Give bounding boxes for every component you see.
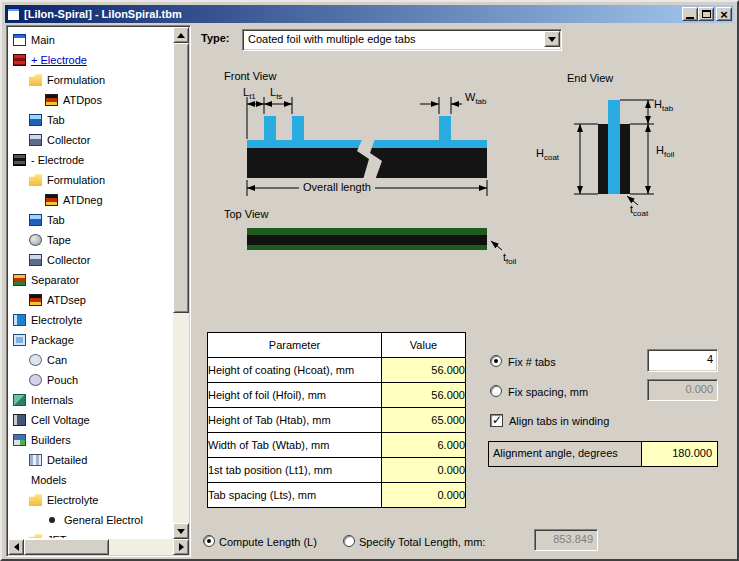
tree-item-formulation[interactable]: Formulation: [9, 70, 172, 90]
scroll-down-button[interactable]: [173, 523, 189, 539]
tree-item-label: ATDpos: [63, 94, 102, 106]
minimize-button[interactable]: [682, 7, 698, 21]
parameter-value-cell[interactable]: 0.000: [382, 483, 466, 508]
parameter-name-cell: Height of Tab (Htab), mm: [208, 408, 382, 433]
tree-item-detailed[interactable]: Detailed: [9, 450, 172, 470]
application-window: [LiIon-Spiral] - LiIonSpiral.tbm × Main+…: [0, 0, 739, 561]
tree-item-internals[interactable]: Internals: [9, 390, 172, 410]
tree-item-tab[interactable]: Tab: [9, 210, 172, 230]
parameter-value-cell[interactable]: 56.000: [382, 383, 466, 408]
table-header-row: Parameter Value: [208, 333, 466, 358]
table-row: Height of coating (Hcoat), mm56.000: [208, 358, 466, 383]
folder-icon: [29, 174, 42, 186]
tree-item-atdpos[interactable]: ATDpos: [9, 90, 172, 110]
scroll-right-button[interactable]: [173, 539, 189, 555]
dropdown-arrow-button[interactable]: [544, 31, 560, 47]
tree-item-electrode[interactable]: - Electrode: [9, 150, 172, 170]
tree-item-tab[interactable]: Tab: [9, 110, 172, 130]
main-icon: [13, 34, 26, 46]
align-tabs-checkbox[interactable]: [490, 414, 503, 427]
tree-item-label: - Electrode: [31, 154, 84, 166]
fix-spacing-radio[interactable]: [490, 385, 502, 397]
align-tabs-label: Align tabs in winding: [509, 415, 609, 427]
tree-item-electrolyte[interactable]: Electrolyte: [9, 490, 172, 510]
atd-icon: [45, 94, 58, 106]
tree-item-atdsep[interactable]: ATDsep: [9, 290, 172, 310]
tree-item-label: Cell Voltage: [31, 414, 90, 426]
front-view-label: Front View: [224, 70, 276, 82]
specify-length-label: Specify Total Length, mm:: [359, 536, 485, 548]
parameter-value-cell[interactable]: 0.000: [382, 458, 466, 483]
vertical-scroll-thumb[interactable]: [173, 43, 189, 313]
triangle-right-icon: [179, 543, 188, 551]
can-icon: [29, 354, 42, 366]
compute-length-radio[interactable]: [203, 535, 215, 547]
scroll-left-button[interactable]: [8, 539, 24, 555]
tree-item-label: Tape: [47, 234, 71, 246]
parameter-name-cell: Height of coating (Hcoat), mm: [208, 358, 382, 383]
tree-item-main[interactable]: Main: [9, 30, 172, 50]
parameter-value-cell[interactable]: 56.000: [382, 358, 466, 383]
tree-item-formulation[interactable]: Formulation: [9, 170, 172, 190]
type-dropdown[interactable]: Coated foil with multiple edge tabs: [242, 29, 562, 51]
tree-item-label: Tab: [47, 114, 65, 126]
tree-item-electrode[interactable]: + Electrode: [9, 50, 172, 70]
tree-item-pouch[interactable]: Pouch: [9, 370, 172, 390]
fix-tabs-label: Fix # tabs: [508, 356, 556, 368]
parameter-table-body: Height of coating (Hcoat), mm56.000Heigh…: [208, 358, 466, 508]
close-button[interactable]: ×: [716, 7, 732, 21]
tree-item-label: Package: [31, 334, 74, 346]
tree-item-jet[interactable]: JET: [9, 530, 172, 538]
type-dropdown-value: Coated foil with multiple edge tabs: [248, 33, 416, 45]
bullet-icon: [49, 517, 55, 523]
close-icon: ×: [720, 9, 728, 20]
electrolyte-icon: [13, 314, 26, 326]
tree-horizontal-scrollbar[interactable]: [8, 539, 189, 555]
maximize-button[interactable]: [698, 7, 714, 21]
fix-tabs-value-field[interactable]: 4: [647, 349, 718, 372]
parameter-value-cell[interactable]: 6.000: [382, 433, 466, 458]
models-icon: [13, 474, 26, 486]
tree-item-label: Collector: [47, 254, 90, 266]
tree-item-general-electrol[interactable]: General Electrol: [9, 510, 172, 530]
value-header: Value: [382, 333, 466, 358]
tree-item-collector[interactable]: Collector: [9, 130, 172, 150]
package-icon: [13, 334, 26, 346]
specify-length-radio[interactable]: [343, 535, 355, 547]
parameter-value-cell[interactable]: 65.000: [382, 408, 466, 433]
fix-tabs-radio[interactable]: [490, 355, 502, 367]
tree-item-cell-voltage[interactable]: Cell Voltage: [9, 410, 172, 430]
tree-item-builders[interactable]: Builders: [9, 430, 172, 450]
tree-item-package[interactable]: Package: [9, 330, 172, 350]
builders-icon: [13, 434, 26, 446]
folder-icon: [29, 494, 42, 506]
tree-item-collector[interactable]: Collector: [9, 250, 172, 270]
tree-item-separator[interactable]: Separator: [9, 270, 172, 290]
parameter-name-cell: Height of foil (Hfoil), mm: [208, 383, 382, 408]
tree-vertical-scrollbar[interactable]: [173, 27, 189, 539]
electrode-neg-icon: [13, 154, 26, 166]
electrode-pos-icon: [13, 54, 26, 66]
title-bar: [LiIon-Spiral] - LiIonSpiral.tbm ×: [5, 5, 734, 23]
tree-item-tape[interactable]: Tape: [9, 230, 172, 250]
atd-icon: [29, 294, 42, 306]
tree-item-can[interactable]: Can: [9, 350, 172, 370]
alignment-angle-value-field[interactable]: 180.000: [641, 441, 718, 467]
tree-item-label: Electrolyte: [31, 314, 82, 326]
pouch-icon: [29, 374, 42, 386]
dim-label-hcoat: Hcoat: [536, 147, 559, 162]
alignment-angle-label: Alignment angle, degrees: [488, 441, 642, 467]
tree-item-label: Separator: [31, 274, 79, 286]
compute-length-label: Compute Length (L): [219, 536, 317, 548]
tree-item-electrolyte[interactable]: Electrolyte: [9, 310, 172, 330]
collector-icon: [29, 254, 42, 266]
tree-item-atdneg[interactable]: ATDneg: [9, 190, 172, 210]
tree-item-models[interactable]: Models: [9, 470, 172, 490]
tree-item-label: Formulation: [47, 74, 105, 86]
atd-icon: [45, 194, 58, 206]
scroll-up-button[interactable]: [173, 27, 189, 43]
tree-item-label: Tab: [47, 214, 65, 226]
window-title: [LiIon-Spiral] - LiIonSpiral.tbm: [24, 8, 182, 20]
horizontal-scroll-thumb[interactable]: [24, 539, 109, 555]
tree-item-label: Electrolyte: [47, 494, 98, 506]
